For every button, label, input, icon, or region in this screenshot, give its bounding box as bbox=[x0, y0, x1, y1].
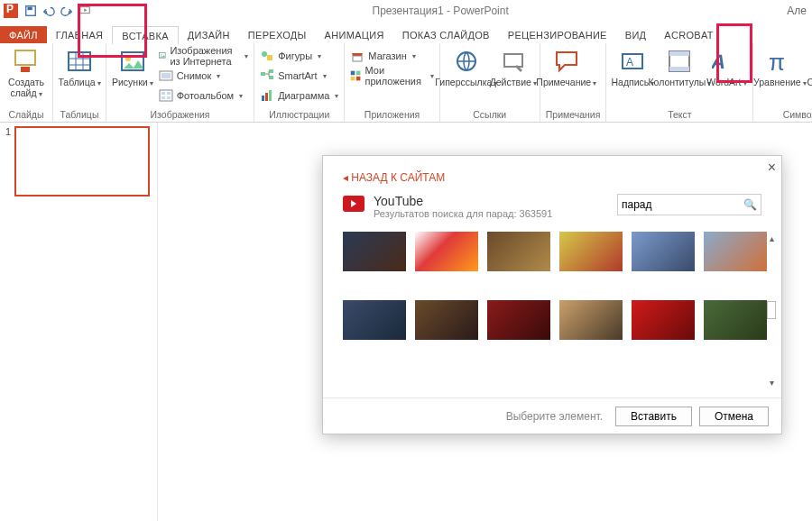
dialog-back-link[interactable]: ◂ НАЗАД К САЙТАМ bbox=[343, 171, 445, 184]
svg-rect-1 bbox=[28, 7, 32, 11]
smartart-button[interactable]: SmartArt▾ bbox=[260, 67, 338, 85]
svg-rect-24 bbox=[269, 69, 273, 73]
qat-save-button[interactable] bbox=[23, 3, 39, 19]
dialog-search-input[interactable]: парад 🔍 bbox=[617, 194, 761, 215]
wordart-button[interactable]: AWordArt▾ bbox=[706, 45, 747, 88]
search-icon[interactable]: 🔍 bbox=[743, 198, 757, 211]
video-thumb[interactable] bbox=[559, 232, 623, 271]
video-thumb[interactable] bbox=[704, 300, 767, 340]
comment-button[interactable]: Примечание▾ bbox=[546, 45, 587, 88]
video-thumb[interactable] bbox=[632, 300, 695, 340]
tab-показ слайдов[interactable]: ПОКАЗ СЛАЙДОВ bbox=[393, 26, 499, 43]
video-thumb[interactable] bbox=[704, 232, 767, 271]
pictures-button[interactable]: Рисунки▾ bbox=[112, 45, 153, 88]
qat-redo-button[interactable] bbox=[59, 3, 75, 19]
scroll-thumb[interactable] bbox=[767, 301, 776, 319]
svg-rect-15 bbox=[161, 73, 171, 78]
video-thumb[interactable] bbox=[415, 300, 478, 340]
scroll-up-icon[interactable]: ▴ bbox=[770, 233, 774, 243]
ribbon-group-label: Слайды bbox=[5, 109, 47, 122]
video-thumb[interactable] bbox=[487, 300, 550, 340]
smartart-icon bbox=[260, 69, 274, 83]
video-thumb[interactable] bbox=[632, 232, 695, 271]
tab-рецензирование[interactable]: РЕЦЕНЗИРОВАНИЕ bbox=[499, 26, 616, 43]
new-slide-icon bbox=[12, 47, 41, 76]
slide-panel: 1 bbox=[0, 123, 158, 521]
store-icon bbox=[350, 49, 364, 63]
ribbon-group-слайды: Создатьслайд▾Слайды bbox=[0, 43, 53, 122]
pictures-icon bbox=[118, 47, 147, 76]
new-slide-button[interactable]: Создатьслайд▾ bbox=[5, 45, 47, 98]
cancel-button[interactable]: Отмена bbox=[699, 407, 769, 426]
photo-album-button[interactable]: Фотоальбом▾ bbox=[159, 87, 249, 105]
svg-rect-20 bbox=[167, 96, 171, 99]
action-button[interactable]: Действие▾ bbox=[493, 45, 534, 88]
svg-rect-17 bbox=[161, 92, 165, 95]
insert-button[interactable]: Вставить bbox=[615, 407, 692, 426]
wordart-icon: A bbox=[712, 47, 741, 76]
ribbon-group-таблицы: Таблица▾Таблицы bbox=[53, 43, 106, 122]
qat-startshow-button[interactable] bbox=[77, 3, 93, 19]
svg-rect-27 bbox=[265, 93, 268, 101]
tab-переходы[interactable]: ПЕРЕХОДЫ bbox=[239, 26, 316, 43]
ribbon-group-символы: πУравнение▾ΩСимвол▾Символы bbox=[753, 43, 812, 122]
tab-главная[interactable]: ГЛАВНАЯ bbox=[47, 26, 113, 43]
tab-вставка[interactable]: ВСТАВКА bbox=[112, 26, 178, 44]
screenshot-icon bbox=[159, 69, 173, 83]
symbol-button[interactable]: ΩСимвол▾ bbox=[806, 45, 812, 88]
comment-icon bbox=[552, 47, 581, 76]
dialog-scrollbar[interactable]: ▴ ▾ bbox=[765, 233, 778, 388]
tab-дизайн[interactable]: ДИЗАЙН bbox=[179, 26, 239, 43]
chevron-down-icon: ▾ bbox=[323, 72, 327, 80]
tab-acrobat[interactable]: ACROBAT bbox=[655, 26, 722, 43]
online-pictures-icon bbox=[159, 49, 167, 63]
tab-анимация[interactable]: АНИМАЦИЯ bbox=[316, 26, 393, 43]
pictures-label: Рисунки▾ bbox=[112, 78, 153, 88]
qat-undo-button[interactable] bbox=[41, 3, 57, 19]
online-pictures-label: Изображения из Интернета bbox=[170, 45, 239, 67]
wordart-label: WordArt▾ bbox=[706, 78, 746, 88]
slide-thumbnail[interactable] bbox=[14, 126, 150, 197]
dialog-hint: Выберите элемент. bbox=[506, 410, 603, 423]
smartart-label: SmartArt bbox=[278, 70, 317, 81]
scroll-down-icon[interactable]: ▾ bbox=[770, 378, 774, 388]
svg-rect-26 bbox=[262, 96, 264, 101]
svg-rect-22 bbox=[267, 55, 272, 60]
video-thumb[interactable] bbox=[487, 232, 550, 271]
my-apps-label: Мои приложения bbox=[365, 65, 425, 87]
table-button[interactable]: Таблица▾ bbox=[59, 45, 100, 88]
ribbon-tabstrip: ФАЙЛ ГЛАВНАЯВСТАВКАДИЗАЙНПЕРЕХОДЫАНИМАЦИ… bbox=[0, 22, 812, 43]
store-label: Магазин bbox=[368, 50, 406, 61]
shapes-button[interactable]: Фигуры▾ bbox=[260, 47, 338, 65]
headerfooter-button[interactable]: Колонтитулы▾ bbox=[659, 45, 700, 88]
screenshot-button[interactable]: Снимок▾ bbox=[159, 67, 249, 85]
equation-button[interactable]: πУравнение▾ bbox=[759, 45, 800, 88]
store-button[interactable]: Магазин▾ bbox=[350, 47, 433, 65]
hyperlink-button[interactable]: Гиперссылка▾ bbox=[446, 45, 487, 88]
tab-вид[interactable]: ВИД bbox=[616, 26, 656, 43]
svg-rect-3 bbox=[15, 50, 35, 65]
ribbon-group-label: Изображения bbox=[112, 109, 248, 122]
tab-file[interactable]: ФАЙЛ bbox=[0, 26, 47, 43]
video-thumb[interactable] bbox=[343, 300, 406, 340]
insert-online-video-dialog: × ◂ НАЗАД К САЙТАМ YouTube Результатов п… bbox=[322, 155, 782, 434]
shapes-label: Фигуры bbox=[278, 50, 312, 61]
my-apps-button[interactable]: Мои приложения▾ bbox=[350, 67, 433, 85]
chevron-down-icon: ▾ bbox=[245, 52, 248, 60]
video-thumb[interactable] bbox=[343, 232, 406, 271]
ribbon-group-label: Примечания bbox=[546, 109, 601, 122]
chart-button[interactable]: Диаграмма▾ bbox=[260, 87, 338, 105]
svg-rect-33 bbox=[356, 77, 361, 81]
ribbon-group-label: Иллюстрации bbox=[260, 109, 338, 122]
video-thumb[interactable] bbox=[559, 300, 623, 340]
youtube-icon bbox=[343, 196, 364, 212]
comment-label: Примечание▾ bbox=[536, 78, 596, 88]
shapes-icon bbox=[260, 49, 274, 63]
svg-rect-23 bbox=[261, 72, 265, 76]
svg-point-13 bbox=[161, 54, 162, 56]
action-icon bbox=[499, 47, 528, 76]
video-thumb[interactable] bbox=[415, 232, 478, 271]
dialog-close-button[interactable]: × bbox=[768, 160, 776, 176]
ribbon-group-изображения: Рисунки▾Изображения из Интернета▾Снимок▾… bbox=[106, 43, 254, 122]
online-pictures-button[interactable]: Изображения из Интернета▾ bbox=[159, 47, 249, 65]
